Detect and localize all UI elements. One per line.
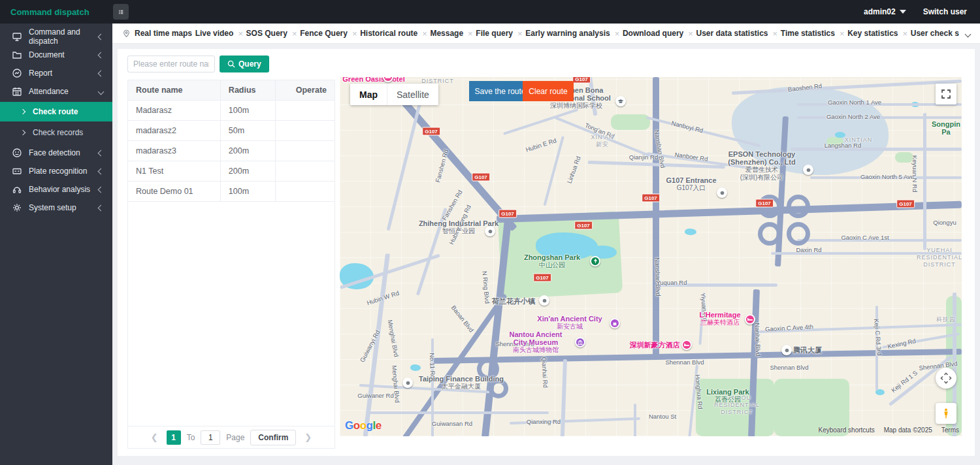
close-icon[interactable]: × xyxy=(903,29,908,39)
sidebar-item-attendance[interactable]: Attendance xyxy=(0,82,112,101)
poi-marker-icon[interactable] xyxy=(485,226,495,236)
next-page-button[interactable]: ❯ xyxy=(302,432,314,442)
interchange-loop xyxy=(787,222,810,246)
fullscreen-icon xyxy=(941,89,951,99)
school-marker-icon[interactable] xyxy=(615,96,626,106)
tab-time-statistics[interactable]: Time statistics× xyxy=(779,29,846,39)
tab-live-video[interactable]: Live video× xyxy=(194,29,244,39)
road-shape xyxy=(634,404,636,436)
sidebar-item-command-and-dispatch[interactable]: Command and dispatch xyxy=(0,27,112,46)
top-bar: Command dispatch admin02 Switch user xyxy=(0,0,980,24)
map-road-label: Keyuan N Rd xyxy=(911,155,919,193)
poi-marker-icon[interactable] xyxy=(539,295,549,306)
folder-icon xyxy=(12,50,22,60)
tab-label: File query xyxy=(476,29,513,38)
fullscreen-button[interactable] xyxy=(936,84,956,104)
pegman-streetview[interactable] xyxy=(936,403,956,424)
close-icon[interactable]: × xyxy=(292,29,297,39)
route-name-cell: Route Demo 01 xyxy=(128,182,220,202)
google-logo[interactable]: Google xyxy=(345,419,382,432)
tab-label: Real time maps xyxy=(135,29,192,38)
sidebar-subitem-check-route[interactable]: Check route xyxy=(0,102,112,121)
map-view-button[interactable]: Map xyxy=(350,84,387,105)
column-header-route-name: Route name xyxy=(128,80,220,101)
close-icon[interactable]: × xyxy=(615,29,620,39)
tab-sos-query[interactable]: SOS Query× xyxy=(245,29,299,39)
hamburger-menu-button[interactable] xyxy=(113,4,129,20)
terms-link[interactable]: Terms xyxy=(941,426,959,434)
satellite-view-button[interactable]: Satellite xyxy=(387,84,438,105)
pagination: ❮ 1 To Page Confirm ❯ xyxy=(128,426,335,448)
table-row: Madarasz100m xyxy=(128,101,335,121)
tab-historical-route[interactable]: Historical route× xyxy=(359,29,429,39)
close-icon[interactable]: × xyxy=(422,29,427,39)
tab-user-check-s[interactable]: User check s xyxy=(909,29,960,38)
interchange-loop xyxy=(787,195,810,218)
sidebar-item-plate-recognition[interactable]: Plate recognition xyxy=(0,162,112,180)
column-header-operate: Operate xyxy=(275,80,335,101)
tab-user-data-statistics[interactable]: User data statistics× xyxy=(694,29,779,39)
sidebar-item-face-detection[interactable]: Face detection xyxy=(0,144,112,162)
clear-route-button[interactable]: Clear route xyxy=(523,81,574,101)
query-button[interactable]: Query xyxy=(220,56,269,72)
route-name-cell: madarasz2 xyxy=(128,121,220,141)
sidebar-item-report[interactable]: Report xyxy=(0,64,112,82)
close-icon[interactable]: × xyxy=(840,29,845,39)
sidebar-subitem-check-records[interactable]: Check records xyxy=(0,123,112,142)
map-canvas[interactable]: Baoshen RdGaoxin North 1 AveGaoxin North… xyxy=(340,77,962,436)
close-icon[interactable]: × xyxy=(468,29,473,39)
map-poi-label: Taiping Finance Building太平金融大厦 xyxy=(419,375,504,391)
page-number-input[interactable] xyxy=(201,430,220,445)
topbar-right: admin02 Switch user xyxy=(864,7,967,16)
close-icon[interactable]: × xyxy=(352,29,357,39)
close-icon[interactable]: × xyxy=(517,29,523,39)
close-icon[interactable]: × xyxy=(688,29,693,39)
tab-overflow-button[interactable] xyxy=(959,26,976,42)
sidebar-item-behavior-analysis[interactable]: Behavior analysis xyxy=(0,180,112,199)
poi-marker-icon[interactable] xyxy=(781,345,792,355)
route-name-input[interactable] xyxy=(127,56,215,72)
tab-real-time-maps[interactable]: Real time maps xyxy=(122,29,193,38)
tab-fence-query[interactable]: Fence Query× xyxy=(299,29,358,39)
water-shape xyxy=(410,364,421,371)
map-district-label: XIN'AN新安 xyxy=(591,134,613,148)
map-poi-label: 深圳新豪方酒店 xyxy=(630,341,680,349)
app-title: Command dispatch xyxy=(10,7,107,17)
highway-shield: G107 xyxy=(572,77,591,84)
confirm-page-button[interactable]: Confirm xyxy=(250,430,296,445)
plate-icon xyxy=(12,166,22,176)
tab-file-query[interactable]: File query× xyxy=(474,29,523,39)
operate-cell xyxy=(275,182,335,202)
tab-early-warning-analysis[interactable]: Early warning analysis× xyxy=(524,29,621,39)
hotel-marker-icon[interactable] xyxy=(681,340,692,350)
map-road-label: Gaoxin North 5 Ave xyxy=(860,173,914,180)
current-page-button[interactable]: 1 xyxy=(167,430,181,445)
save-route-button[interactable]: Save the route xyxy=(469,81,531,101)
map-poi-label: Zhongshan Park中山公园 xyxy=(524,253,580,269)
poi-marker-icon[interactable] xyxy=(717,187,727,198)
hotel-marker-icon[interactable] xyxy=(745,314,755,325)
search-icon xyxy=(227,60,235,68)
attraction-marker-icon[interactable] xyxy=(610,318,620,329)
tab-key-statistics[interactable]: Key statistics× xyxy=(846,29,909,39)
sidebar-item-document[interactable]: Document xyxy=(0,46,112,64)
tab-download-query[interactable]: Download query× xyxy=(621,29,694,39)
table-empty-area xyxy=(128,202,335,426)
google-logo-letter: g xyxy=(367,419,373,432)
close-icon[interactable]: × xyxy=(238,29,243,39)
close-icon[interactable]: × xyxy=(773,29,778,39)
poi-marker-icon[interactable] xyxy=(803,165,813,175)
user-menu[interactable]: admin02 xyxy=(864,7,906,16)
tab-message[interactable]: Message× xyxy=(429,29,474,39)
pan-control[interactable] xyxy=(936,368,956,389)
keyboard-shortcuts-link[interactable]: Keyboard shortcuts xyxy=(819,426,875,434)
prev-page-button[interactable]: ❮ xyxy=(148,432,161,442)
switch-user-button[interactable]: Switch user xyxy=(923,7,967,16)
sidebar-item-system-setup[interactable]: System setup xyxy=(0,199,112,217)
tree-marker-icon[interactable] xyxy=(590,256,600,266)
sidebar-item-label: Command and dispatch xyxy=(29,27,99,46)
behavior-icon xyxy=(12,184,22,195)
sidebar-item-label: Plate recognition xyxy=(29,167,99,176)
museum-marker-icon[interactable] xyxy=(575,337,585,347)
poi-marker-icon[interactable] xyxy=(402,377,413,388)
